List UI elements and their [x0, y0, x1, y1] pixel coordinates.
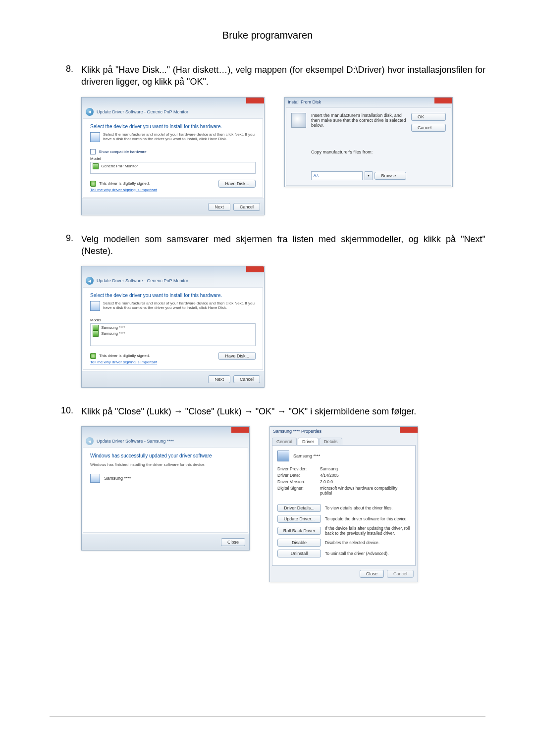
rollback-driver-button[interactable]: Roll Back Driver	[277, 527, 321, 535]
path-row: A:\ ▾ Browse...	[311, 171, 406, 180]
uninstall-button[interactable]: Uninstall	[277, 550, 321, 557]
dialog-buttons: Next Cancel	[82, 199, 264, 215]
dialog-body: Select the device driver you want to ins…	[83, 118, 263, 198]
back-icon[interactable]: ◄	[86, 277, 94, 285]
cancel-button[interactable]: Cancel	[411, 124, 446, 132]
next-button[interactable]: Next	[208, 203, 230, 211]
next-button[interactable]: Next	[208, 375, 230, 383]
shield-icon	[90, 353, 96, 359]
window-titlebar: Samsung **** Properties	[270, 427, 418, 436]
window-titlebar	[82, 98, 264, 106]
tab-general[interactable]: General	[272, 438, 297, 445]
chip-icon	[90, 132, 100, 142]
tab-bar: General Driver Details	[270, 436, 418, 445]
dialog-update-driver-1: ◄ Update Driver Software - Generic PnP M…	[81, 97, 265, 215]
dialog-properties: Samsung **** Properties General Driver D…	[269, 426, 418, 582]
shield-icon	[90, 181, 96, 187]
have-disk-button[interactable]: Have Disk...	[218, 180, 256, 188]
list-item[interactable]: Samsung ****	[93, 325, 253, 331]
dialog-update-success: ◄ Update Driver Software - Samsung **** …	[81, 426, 250, 551]
dialog-heading: Select the device driver you want to ins…	[90, 293, 256, 298]
device-name: Samsung ****	[293, 454, 321, 458]
wizard-path: Update Driver Software - Generic PnP Mon…	[97, 278, 188, 283]
window-titlebar: Install From Disk	[285, 98, 452, 106]
dialog-heading: Windows has successfully updated your dr…	[90, 453, 241, 458]
dialog-main: Insert the manufacturer's installation d…	[311, 113, 406, 180]
back-icon[interactable]: ◄	[86, 437, 94, 445]
dialog-text: Insert the manufacturer's installation d…	[311, 113, 406, 128]
close-button[interactable]: Close	[221, 538, 245, 546]
model-listbox[interactable]: Generic PnP Monitor	[90, 162, 256, 174]
dropdown-icon[interactable]: ▾	[365, 171, 373, 180]
figure-row-step9: ◄ Update Driver Software - Generic PnP M…	[81, 266, 485, 388]
signed-row: This driver is digitally signed. Have Di…	[90, 352, 256, 360]
dialog-update-driver-2: ◄ Update Driver Software - Generic PnP M…	[81, 266, 265, 388]
list-item[interactable]: Samsung ****	[93, 331, 253, 337]
wizard-path: Update Driver Software - Generic PnP Mon…	[97, 109, 188, 114]
list-item[interactable]: Generic PnP Monitor	[93, 163, 253, 169]
disable-button[interactable]: Disable	[277, 539, 321, 547]
back-icon[interactable]: ◄	[86, 108, 94, 116]
dialog-body: Windows has successfully updated your dr…	[83, 448, 248, 533]
ifd-buttons: OK Cancel	[411, 113, 446, 180]
compat-checkbox-row[interactable]: Show compatible hardware	[90, 149, 256, 154]
wizard-nav: ◄ Update Driver Software - Generic PnP M…	[82, 275, 264, 286]
chip-icon	[90, 301, 100, 311]
list-label: Model	[90, 156, 256, 161]
dialog-subtext: Windows has finished installing the driv…	[90, 462, 241, 467]
signing-link[interactable]: Tell me why driver signing is important	[90, 188, 256, 192]
window-titlebar	[82, 427, 249, 436]
ok-button[interactable]: OK	[411, 113, 446, 121]
step-number: 10.	[50, 405, 81, 416]
tab-panel-driver: Samsung **** Driver Provider:Samsung Dri…	[272, 445, 416, 566]
prop-row: Digital Signer:microsoft windows hardwar…	[277, 486, 410, 496]
device-header: Samsung ****	[277, 451, 410, 461]
step-9: 9. Velg modellen som samsvarer med skjer…	[50, 233, 485, 257]
signed-row: This driver is digitally signed. Have Di…	[90, 180, 256, 188]
close-icon[interactable]	[400, 427, 418, 433]
step-number: 9.	[50, 233, 81, 244]
copy-from-label: Copy manufacturer's files from:	[311, 150, 406, 154]
dialog-subtext: Select the manufacturer and model of you…	[90, 301, 256, 311]
step-10: 10. Klikk på "Close" (Lukk) → "Close" (L…	[50, 405, 485, 417]
footer-rule	[50, 716, 485, 716]
close-icon[interactable]	[231, 427, 249, 433]
step-text: Velg modellen som samsvarer med skjermen…	[81, 233, 485, 257]
model-listbox[interactable]: Samsung **** Samsung ****	[90, 323, 256, 346]
action-row: Update Driver...To update the driver sof…	[277, 515, 410, 523]
signing-link[interactable]: Tell me why driver signing is important	[90, 360, 256, 364]
document-page: Bruke programvaren 8. Klikk på "Have Dis…	[0, 0, 535, 756]
cancel-button[interactable]: Cancel	[233, 375, 260, 383]
dialog-subtext: Select the manufacturer and model of you…	[90, 132, 256, 142]
prop-row: Driver Provider:Samsung	[277, 466, 410, 471]
close-icon[interactable]	[246, 98, 264, 103]
checkbox-icon[interactable]	[90, 149, 96, 154]
action-row: Driver Details...To view details about t…	[277, 504, 410, 512]
cancel-button[interactable]: Cancel	[387, 570, 414, 578]
dialog-buttons: Next Cancel	[82, 371, 264, 387]
step-number: 8.	[50, 64, 81, 74]
tab-driver[interactable]: Driver	[298, 438, 319, 445]
browse-button[interactable]: Browse...	[374, 172, 406, 180]
action-row: Roll Back DriverIf the device fails afte…	[277, 526, 410, 536]
path-input[interactable]: A:\	[311, 171, 363, 180]
tab-details[interactable]: Details	[320, 438, 342, 445]
dialog-body: Select the device driver you want to ins…	[83, 287, 263, 370]
page-header: Bruke programvaren	[50, 30, 485, 41]
disk-icon	[291, 113, 306, 128]
wizard-nav: ◄ Update Driver Software - Generic PnP M…	[82, 106, 264, 117]
close-button[interactable]: Close	[360, 570, 384, 578]
monitor-icon	[93, 163, 99, 169]
prop-row: Driver Date:4/14/2005	[277, 473, 410, 478]
dialog-body: Insert the manufacturer's installation d…	[286, 107, 451, 186]
dialog-install-from-disk: Install From Disk Insert the manufacture…	[284, 97, 453, 187]
monitor-icon	[277, 451, 289, 461]
driver-details-button[interactable]: Driver Details...	[277, 504, 321, 512]
cancel-button[interactable]: Cancel	[233, 203, 260, 211]
close-icon[interactable]	[434, 98, 452, 103]
monitor-icon	[93, 331, 99, 337]
wizard-nav: ◄ Update Driver Software - Samsung ****	[82, 436, 249, 447]
close-icon[interactable]	[246, 266, 264, 272]
update-driver-button[interactable]: Update Driver...	[277, 515, 321, 523]
have-disk-button[interactable]: Have Disk...	[218, 352, 256, 360]
